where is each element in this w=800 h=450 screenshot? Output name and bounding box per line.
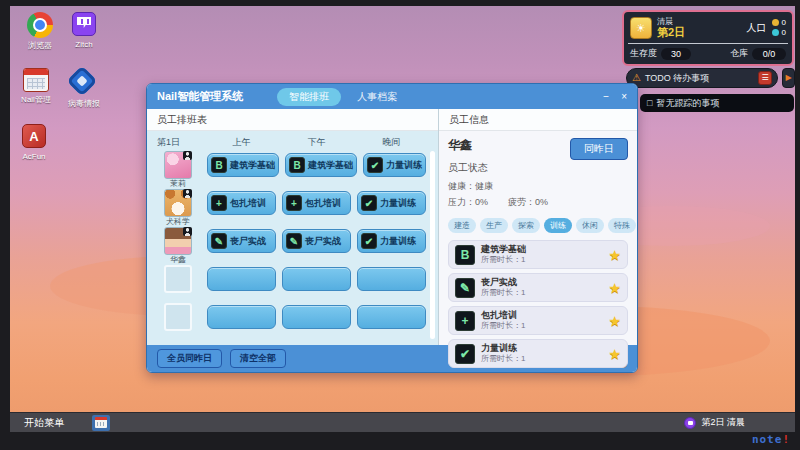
task-button-empty[interactable] [207, 267, 276, 291]
employee-info-pane: 员工信息 华鑫 同昨日 员工状态 健康：健康 压力：0% 疲劳：0% 建造 生产 [439, 109, 637, 345]
category-special[interactable]: 特殊 [608, 218, 636, 233]
tab-personnel-files[interactable]: 人事档案 [347, 88, 407, 106]
all-same-yesterday-button[interactable]: 全员同昨日 [157, 349, 222, 368]
health-status: 健康：健康 [448, 180, 628, 193]
warehouse-label: 仓库 [730, 47, 748, 60]
empty-avatar-slot[interactable] [164, 265, 192, 293]
window-tabs: 智能排班 人事档案 [277, 88, 407, 106]
letter-a-icon: A [22, 124, 46, 148]
close-button[interactable]: × [621, 91, 627, 102]
schedule-pane: 员工排班表 第1日 上午 下午 晚间 茉莉 [147, 109, 439, 345]
star-icon[interactable]: ★ [608, 313, 621, 329]
tab-smart-schedule[interactable]: 智能排班 [277, 88, 341, 106]
column-afternoon: 下午 [282, 136, 351, 149]
task-button-empty[interactable] [282, 305, 351, 329]
star-icon[interactable]: ★ [608, 346, 621, 362]
task-button[interactable]: B 建筑学基础 [285, 153, 357, 177]
column-evening: 晚间 [357, 136, 426, 149]
employee-avatar-moli[interactable] [164, 151, 192, 179]
training-item[interactable]: ✎ 丧尸实战 所需时长：1 ★ [448, 273, 628, 302]
desktop-icon-zitch[interactable]: Zitch [60, 12, 108, 49]
task-button[interactable]: ✔ 力量训练 [363, 153, 426, 177]
knot-icon [66, 65, 97, 96]
desktop-icon-label: Nail管理 [12, 94, 60, 105]
schedule-row-empty [155, 265, 426, 303]
desktop-icon-nail-app[interactable]: Nail管理 [12, 68, 60, 105]
start-menu-button[interactable]: 开始菜单 [10, 416, 78, 430]
todo-expand-button[interactable]: ▶ [782, 68, 795, 88]
desktop-icon-label: 病毒情报 [60, 98, 108, 109]
zitch-icon [72, 12, 96, 36]
population-yellow-icon [772, 19, 779, 26]
schedule-row: 华鑫 ✎ 丧尸实战 ✎ 丧尸实战 ✔ [155, 227, 426, 265]
task-button[interactable]: ✎ 丧尸实战 [282, 229, 351, 253]
day-counter: 第2日 [657, 26, 685, 38]
task-button[interactable]: ✎ 丧尸实战 [207, 229, 276, 253]
training-item[interactable]: B 建筑学基础 所需时长：1 ★ [448, 240, 628, 269]
column-morning: 上午 [207, 136, 276, 149]
letter-b-icon: B [211, 157, 227, 173]
employee-name: 犬科学 [166, 217, 190, 226]
task-button-empty[interactable] [282, 267, 351, 291]
training-item[interactable]: + 包扎培训 所需时长：1 ★ [448, 306, 628, 335]
window-titlebar[interactable]: Nail智能管理系统 智能排班 人事档案 − × [147, 84, 637, 109]
task-button[interactable]: ✔ 力量训练 [357, 191, 426, 215]
taskbar-app-nail[interactable] [92, 415, 110, 431]
category-produce[interactable]: 生产 [480, 218, 508, 233]
desktop-icon-browser[interactable]: 浏览器 [16, 12, 64, 51]
check-icon: ✔ [361, 233, 377, 249]
star-icon[interactable]: ★ [608, 247, 621, 263]
employee-avatar-huaxin[interactable] [164, 227, 192, 255]
desktop-icon-intel[interactable]: 病毒情报 [60, 68, 108, 109]
person-badge-icon [183, 151, 192, 160]
task-button[interactable]: B 建筑学基础 [207, 153, 279, 177]
plus-icon: + [286, 195, 302, 211]
employee-status-label: 员工状态 [448, 161, 628, 175]
empty-avatar-slot[interactable] [164, 303, 192, 331]
pencil-icon: ✎ [211, 233, 227, 249]
task-button[interactable]: + 包扎培训 [282, 191, 351, 215]
todo-bar[interactable]: ⚠ TODO 待办事项 ☰ [626, 68, 778, 88]
schedule-title: 员工排班表 [147, 109, 438, 131]
clear-all-button[interactable]: 清空全部 [230, 349, 286, 368]
check-icon: ✔ [455, 344, 475, 364]
minimize-button[interactable]: − [603, 91, 609, 102]
star-icon[interactable]: ★ [608, 280, 621, 296]
warning-icon: ⚠ [632, 73, 641, 83]
pencil-icon: ✎ [286, 233, 302, 249]
desktop-background: 浏览器 Zitch Nail管理 病毒情报 A AcFun ☀ 清晨 第2日 [10, 6, 795, 412]
category-leisure[interactable]: 休闲 [576, 218, 604, 233]
same-as-yesterday-button[interactable]: 同昨日 [570, 138, 628, 160]
schedule-scrollbar[interactable] [430, 151, 435, 339]
task-button-empty[interactable] [357, 267, 426, 291]
letter-b-icon: B [455, 245, 475, 265]
training-item[interactable]: ✔ 力量训练 所需时长：1 ★ [448, 339, 628, 368]
task-button-empty[interactable] [357, 305, 426, 329]
checkbox-icon: □ [647, 98, 652, 108]
task-button[interactable]: ✔ 力量训练 [357, 229, 426, 253]
training-list: B 建筑学基础 所需时长：1 ★ ✎ 丧尸实战 [448, 240, 628, 368]
sun-icon: ☀ [630, 17, 652, 39]
task-button[interactable]: + 包扎培训 [207, 191, 276, 215]
check-icon: ✔ [361, 195, 377, 211]
calendar-icon [23, 68, 49, 92]
task-button-empty[interactable] [207, 305, 276, 329]
survival-value: 30 [661, 48, 691, 60]
category-build[interactable]: 建造 [448, 218, 476, 233]
todo-title: TODO 待办事项 [645, 72, 709, 85]
todo-menu-button[interactable]: ☰ [758, 71, 772, 85]
tray-status-icon[interactable] [684, 417, 696, 429]
desktop-icon-acfun[interactable]: A AcFun [10, 124, 58, 161]
check-icon: ✔ [367, 157, 383, 173]
schedule-row: 犬科学 + 包扎培训 + 包扎培训 ✔ [155, 189, 426, 227]
todo-empty-text: 暂无跟踪的事项 [656, 97, 719, 110]
status-hud: ☀ 清晨 第2日 人口 0 0 生存度 30 仓库 0/0 [622, 10, 794, 66]
category-explore[interactable]: 探索 [512, 218, 540, 233]
time-of-day: 清晨 [657, 17, 685, 26]
person-badge-icon [183, 189, 192, 198]
category-training[interactable]: 训练 [544, 218, 572, 233]
employee-avatar-dog[interactable] [164, 189, 192, 217]
tray-day-time: 第2日 清晨 [701, 416, 745, 429]
game-screen: 浏览器 Zitch Nail管理 病毒情报 A AcFun ☀ 清晨 第2日 [0, 0, 800, 450]
info-title: 员工信息 [439, 109, 637, 131]
